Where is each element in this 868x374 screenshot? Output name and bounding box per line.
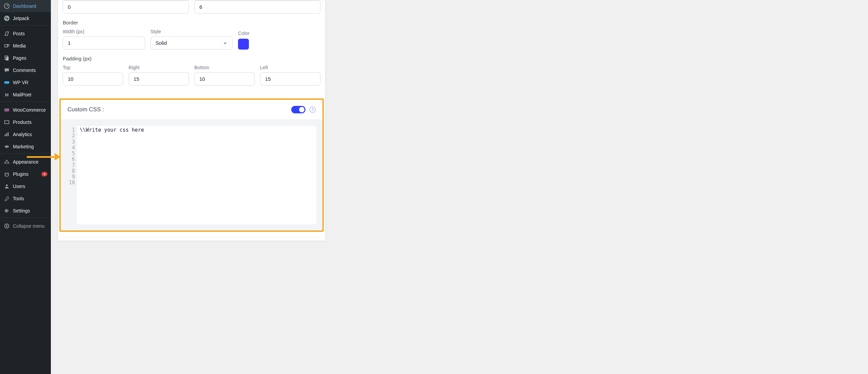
svg-point-17 [5, 224, 9, 228]
border-style-label: Style [151, 29, 233, 34]
editor-gutter: 1 2 3 4 5 6 7 8 9 10 [67, 126, 77, 224]
mailpoet-icon: M [3, 91, 10, 98]
sidebar-item-analytics[interactable]: Analytics [0, 128, 51, 141]
sidebar-item-wpvr[interactable]: WP VR [0, 76, 51, 89]
numeric-input-a[interactable] [63, 0, 189, 14]
sidebar-item-pages[interactable]: Pages [0, 52, 51, 64]
analytics-icon [3, 131, 10, 138]
custom-css-toggle[interactable] [291, 106, 305, 113]
svg-rect-8 [5, 121, 9, 124]
border-width-input[interactable] [63, 36, 145, 50]
sidebar-item-label: Users [13, 184, 47, 189]
svg-rect-6 [4, 81, 9, 83]
sidebar-item-label: Products [13, 119, 47, 125]
chevron-down-icon [223, 41, 228, 45]
users-icon [3, 183, 10, 190]
sidebar-item-label: Marketing [13, 144, 47, 149]
sidebar-item-label: Analytics [13, 132, 47, 137]
svg-rect-11 [8, 132, 9, 136]
border-style-value: Solid [156, 40, 167, 46]
sidebar-item-label: WooCommerce [13, 107, 47, 113]
sidebar-item-woocommerce[interactable]: WooCommerce [0, 104, 51, 116]
appearance-icon [3, 158, 10, 165]
svg-rect-15 [6, 209, 7, 213]
arrow-line [27, 156, 55, 158]
svg-rect-12 [8, 146, 9, 147]
padding-left-label: Left [260, 65, 320, 70]
collapse-icon [3, 223, 10, 229]
sidebar-item-posts[interactable]: Posts [0, 27, 51, 40]
sidebar-item-plugins[interactable]: Plugins 4 [0, 168, 51, 180]
sidebar-item-marketing[interactable]: Marketing [0, 141, 51, 154]
svg-rect-10 [6, 133, 7, 136]
marketing-icon [3, 143, 10, 150]
media-icon [3, 42, 10, 49]
padding-top-input[interactable] [63, 72, 123, 86]
help-icon[interactable]: ? [310, 107, 316, 113]
svg-point-13 [6, 185, 7, 186]
settings-icon [3, 207, 10, 214]
next-section-divider [63, 237, 320, 241]
sidebar-item-label: Settings [13, 208, 47, 213]
arrow-head-icon [55, 153, 61, 161]
border-heading: Border [63, 20, 320, 25]
padding-right-label: Right [129, 65, 189, 70]
settings-panel: Border Width (px) Style Solid Color [58, 0, 326, 241]
sidebar-item-label: Jetpack [13, 16, 47, 21]
content-area: Border Width (px) Style Solid Color [51, 0, 868, 374]
admin-sidebar: Dashboard Jetpack Posts Media Pages Comm… [0, 0, 51, 374]
jetpack-icon [3, 15, 10, 22]
sidebar-item-tools[interactable]: Tools [0, 192, 51, 205]
svg-rect-5 [6, 57, 8, 60]
sidebar-collapse-label: Collapse menu [13, 223, 47, 229]
css-editor[interactable]: 1 2 3 4 5 6 7 8 9 10 \\Write your css he… [67, 126, 316, 224]
sidebar-item-media[interactable]: Media [0, 40, 51, 52]
padding-bottom-label: Bottom [194, 65, 255, 70]
custom-css-section: Custom CSS : ? 1 2 3 4 5 6 7 8 [59, 98, 324, 232]
border-width-label: Width (px) [63, 29, 145, 34]
sidebar-item-label: Plugins [13, 171, 39, 177]
numeric-input-b[interactable] [194, 0, 320, 14]
padding-bottom-input[interactable] [194, 72, 255, 86]
sidebar-item-mailpoet[interactable]: M MailPoet [0, 89, 51, 102]
sidebar-item-dashboard[interactable]: Dashboard [0, 0, 51, 12]
sidebar-item-label: Tools [13, 196, 47, 201]
svg-rect-9 [5, 134, 6, 136]
sidebar-item-label: Posts [13, 31, 47, 36]
sidebar-item-label: Comments [13, 68, 47, 73]
sidebar-item-label: WP VR [13, 80, 47, 85]
padding-left-input[interactable] [260, 72, 320, 86]
sidebar-item-products[interactable]: Products [0, 116, 51, 128]
sidebar-item-users[interactable]: Users [0, 180, 51, 192]
svg-rect-14 [5, 209, 6, 212]
border-style-select[interactable]: Solid [151, 36, 233, 50]
padding-top-label: Top [63, 65, 123, 70]
plugins-icon [3, 171, 10, 177]
sidebar-collapse[interactable]: Collapse menu [0, 220, 51, 232]
sidebar-item-label: Dashboard [13, 3, 47, 9]
sidebar-item-label: Pages [13, 55, 47, 61]
sidebar-item-jetpack[interactable]: Jetpack [0, 12, 51, 25]
sidebar-item-settings[interactable]: Settings [0, 205, 51, 218]
posts-icon [3, 30, 10, 37]
svg-rect-7 [4, 109, 9, 112]
plugins-badge: 4 [41, 172, 47, 176]
sidebar-item-label: Media [13, 43, 47, 49]
editor-body[interactable]: \\Write your css here [77, 126, 316, 224]
sidebar-item-label: MailPoet [13, 92, 47, 97]
padding-right-input[interactable] [129, 72, 189, 86]
padding-heading: Padding (px) [63, 56, 320, 61]
custom-css-title: Custom CSS : [67, 106, 104, 113]
wpvr-icon [3, 79, 10, 86]
svg-rect-16 [7, 210, 8, 211]
svg-point-1 [4, 16, 9, 21]
woocommerce-icon [3, 107, 10, 113]
dashboard-icon [3, 3, 10, 10]
sidebar-item-comments[interactable]: Comments [0, 64, 51, 76]
tools-icon [3, 195, 10, 202]
annotation-arrow [27, 153, 61, 161]
comments-icon [3, 67, 10, 74]
pages-icon [3, 55, 10, 61]
border-color-label: Color [238, 31, 320, 36]
border-color-swatch[interactable] [238, 39, 249, 50]
